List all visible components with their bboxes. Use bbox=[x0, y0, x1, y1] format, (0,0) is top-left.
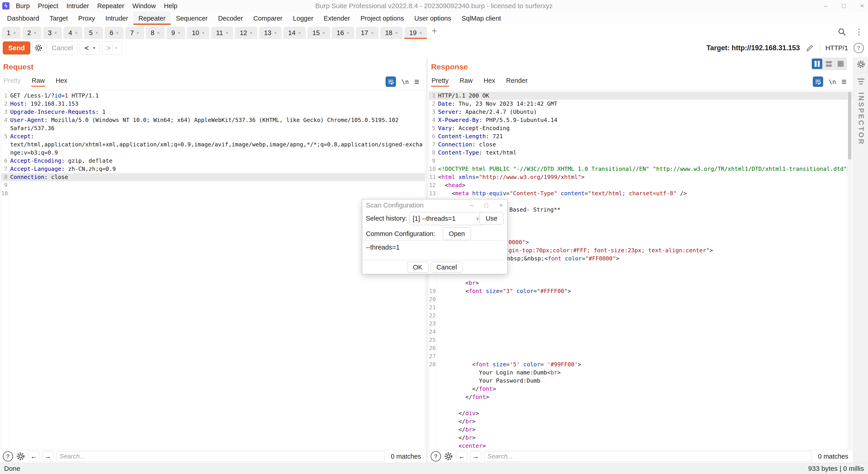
search-settings-gear-icon[interactable] bbox=[16, 451, 25, 461]
tab-close-icon[interactable]: × bbox=[226, 30, 228, 36]
dialog-titlebar[interactable]: Scan Configuration – □ × bbox=[362, 199, 507, 211]
scrollbar-thumb[interactable] bbox=[848, 92, 851, 160]
repeater-tab-8[interactable]: 8× bbox=[146, 27, 165, 39]
window-minimize-icon[interactable]: – bbox=[824, 2, 828, 9]
history-dropdown[interactable]: [1] --threads=1 ∨ bbox=[409, 212, 483, 225]
request-editor[interactable]: 1GET /Less-1/?id=1 HTTP/1.12Host: 192.16… bbox=[1, 90, 425, 450]
main-tab-logger[interactable]: Logger bbox=[288, 12, 318, 25]
dialog-close-icon[interactable]: × bbox=[499, 202, 503, 209]
tab-close-icon[interactable]: × bbox=[178, 30, 180, 36]
inspector-label[interactable]: INSPECTOR bbox=[857, 92, 865, 145]
view-tab-render[interactable]: Render bbox=[505, 76, 528, 87]
repeater-tab-14[interactable]: 14× bbox=[283, 27, 306, 39]
tab-close-icon[interactable]: × bbox=[136, 30, 139, 36]
help-icon[interactable]: ? bbox=[854, 43, 864, 53]
previous-match-button[interactable]: ← bbox=[456, 451, 467, 462]
repeater-tab-13[interactable]: 13× bbox=[259, 27, 282, 39]
tab-close-icon[interactable]: × bbox=[202, 30, 205, 36]
soft-wrap-toggle-icon[interactable] bbox=[385, 76, 396, 87]
tab-close-icon[interactable]: × bbox=[116, 30, 119, 36]
repeater-tab-18[interactable]: 18× bbox=[380, 27, 403, 39]
inspector-settings-gear-icon[interactable] bbox=[857, 60, 866, 69]
editor-menu-icon[interactable]: ≡ bbox=[841, 77, 846, 86]
tab-close-icon[interactable]: × bbox=[250, 30, 252, 36]
add-tab-button[interactable]: + bbox=[432, 26, 437, 36]
main-tab-dashboard[interactable]: Dashboard bbox=[2, 12, 44, 25]
newline-toggle-icon[interactable]: \n bbox=[829, 78, 836, 85]
tab-close-icon[interactable]: × bbox=[54, 30, 57, 36]
dialog-minimize-icon[interactable]: – bbox=[470, 202, 473, 209]
send-button[interactable]: Send bbox=[3, 41, 30, 55]
main-tab-target[interactable]: Target bbox=[44, 12, 73, 25]
newline-toggle-icon[interactable]: \n bbox=[401, 78, 409, 85]
menu-item-repeater[interactable]: Repeater bbox=[93, 0, 128, 12]
tab-close-icon[interactable]: × bbox=[419, 30, 422, 36]
search-help-icon[interactable]: ? bbox=[431, 451, 441, 462]
view-tab-pretty[interactable]: Pretty bbox=[431, 76, 449, 87]
repeater-tab-16[interactable]: 16× bbox=[332, 27, 354, 39]
view-tab-pretty[interactable]: Pretty bbox=[3, 76, 21, 87]
layout-single-button[interactable] bbox=[835, 59, 846, 69]
main-tab-extender[interactable]: Extender bbox=[318, 12, 355, 25]
repeater-tab-5[interactable]: 5× bbox=[84, 27, 103, 39]
tab-close-icon[interactable]: × bbox=[322, 30, 325, 36]
main-tab-proxy[interactable]: Proxy bbox=[73, 12, 100, 25]
menu-item-burp[interactable]: Burp bbox=[12, 0, 34, 12]
repeater-tab-6[interactable]: 6× bbox=[104, 27, 124, 39]
main-tab-intruder[interactable]: Intruder bbox=[100, 12, 133, 25]
layout-rows-button[interactable] bbox=[824, 59, 834, 69]
tab-close-icon[interactable]: × bbox=[13, 30, 16, 36]
send-settings-button[interactable] bbox=[32, 41, 44, 55]
view-tab-hex[interactable]: Hex bbox=[483, 76, 496, 87]
menu-item-window[interactable]: Window bbox=[128, 0, 160, 12]
previous-match-button[interactable]: ← bbox=[28, 451, 39, 462]
search-help-icon[interactable]: ? bbox=[3, 451, 13, 462]
ok-button[interactable]: OK bbox=[407, 262, 428, 273]
layout-columns-button[interactable] bbox=[812, 59, 822, 69]
main-tab-user-options[interactable]: User options bbox=[409, 12, 457, 25]
search-input[interactable] bbox=[484, 451, 812, 462]
view-tab-hex[interactable]: Hex bbox=[55, 76, 68, 87]
repeater-tab-3[interactable]: 3× bbox=[43, 27, 62, 39]
main-tab-decoder[interactable]: Decoder bbox=[213, 12, 248, 25]
tab-close-icon[interactable]: × bbox=[347, 30, 349, 36]
view-tab-raw[interactable]: Raw bbox=[31, 76, 45, 87]
menu-item-project[interactable]: Project bbox=[34, 0, 62, 12]
menu-item-intruder[interactable]: Intruder bbox=[62, 0, 93, 12]
repeater-tab-15[interactable]: 15× bbox=[307, 27, 330, 39]
repeater-tab-7[interactable]: 7× bbox=[125, 27, 144, 39]
edit-target-icon[interactable] bbox=[805, 43, 814, 53]
repeater-tab-4[interactable]: 4× bbox=[63, 27, 83, 39]
forward-history-dropdown-icon[interactable]: ▾ bbox=[115, 45, 117, 50]
repeater-tab-10[interactable]: 10× bbox=[187, 27, 209, 39]
tab-close-icon[interactable]: × bbox=[371, 30, 374, 36]
main-tab-sqlmap-client[interactable]: SqlMap client bbox=[457, 12, 506, 25]
repeater-tab-2[interactable]: 2× bbox=[23, 27, 41, 39]
main-tab-project-options[interactable]: Project options bbox=[355, 12, 409, 25]
window-maximize-icon[interactable]: □ bbox=[842, 2, 846, 9]
back-history-dropdown-icon[interactable]: ▾ bbox=[93, 45, 95, 50]
soft-wrap-toggle-icon[interactable] bbox=[813, 76, 823, 87]
repeater-tab-1[interactable]: 1× bbox=[2, 27, 21, 39]
next-match-button[interactable]: → bbox=[42, 451, 54, 462]
scrollbar[interactable] bbox=[848, 91, 852, 449]
dialog-maximize-icon[interactable]: □ bbox=[485, 202, 488, 209]
cancel-button[interactable]: Cancel bbox=[46, 41, 78, 55]
cancel-button[interactable]: Cancel bbox=[431, 262, 463, 273]
menu-item-help[interactable]: Help bbox=[160, 0, 182, 12]
tab-close-icon[interactable]: × bbox=[34, 30, 36, 36]
tab-close-icon[interactable]: × bbox=[298, 30, 301, 36]
tab-close-icon[interactable]: × bbox=[395, 30, 398, 36]
next-match-button[interactable]: → bbox=[470, 451, 481, 462]
repeater-tab-9[interactable]: 9× bbox=[166, 27, 185, 39]
editor-menu-icon[interactable]: ≡ bbox=[414, 77, 419, 86]
forward-button[interactable]: > ▾ bbox=[102, 41, 122, 55]
window-close-icon[interactable]: × bbox=[860, 2, 864, 9]
inspector-sidebar[interactable]: INSPECTOR bbox=[853, 57, 868, 463]
back-button[interactable]: < ▾ bbox=[80, 41, 100, 55]
main-tab-comparer[interactable]: Comparer bbox=[248, 12, 288, 25]
tab-close-icon[interactable]: × bbox=[274, 30, 277, 36]
kebab-menu-icon[interactable]: ⋮ bbox=[855, 27, 863, 37]
filter-icon[interactable] bbox=[858, 78, 864, 84]
search-input[interactable] bbox=[56, 451, 384, 462]
